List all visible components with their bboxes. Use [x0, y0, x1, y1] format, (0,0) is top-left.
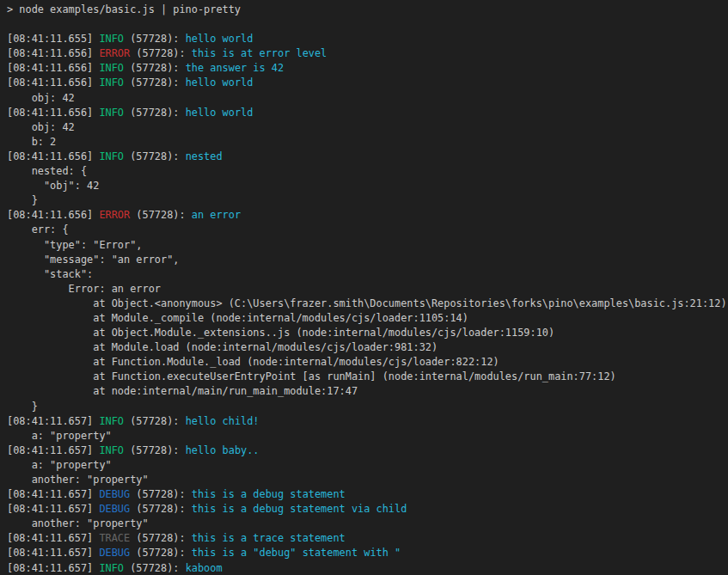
log-level: INFO — [99, 150, 124, 162]
detail-text: another: "property" — [7, 517, 149, 529]
detail-text: obj: 42 — [7, 121, 75, 133]
log-detail-line: another: "property" — [7, 517, 728, 531]
detail-text: "obj": 42 — [7, 180, 99, 192]
log-level: DEBUG — [99, 547, 130, 559]
log-timestamp: [08:41:11.657] — [7, 503, 99, 515]
log-level: INFO — [99, 76, 124, 89]
command-text: > node examples/basic.js | pino-pretty — [7, 3, 241, 15]
log-message: kaboom — [186, 562, 223, 574]
log-level: ERROR — [99, 209, 130, 221]
log-level: ERROR — [99, 47, 130, 59]
log-line: [08:41:11.657] INFO (57728): hello baby.… — [7, 443, 728, 458]
log-level: INFO — [99, 562, 124, 574]
log-timestamp: [08:41:11.656] — [7, 62, 99, 74]
log-message: this is a trace statement — [192, 532, 346, 544]
detail-text: "type": "Error", — [7, 239, 143, 251]
detail-text: obj: 42 — [7, 92, 75, 104]
log-message: hello world — [186, 76, 254, 89]
log-timestamp: [08:41:11.657] — [7, 488, 99, 500]
log-pid: (57728): — [130, 47, 192, 59]
log-timestamp: [08:41:11.656] — [7, 209, 99, 221]
log-line: [08:41:11.656] ERROR (57728): this is at… — [7, 46, 728, 61]
log-pid: (57728): — [130, 532, 192, 544]
detail-text: b: 2 — [7, 136, 56, 148]
detail-text: "stack": — [7, 268, 93, 280]
log-detail-line: at node:internal/main/run_main_module:17… — [7, 384, 728, 399]
log-detail-line: nested: { — [7, 164, 728, 179]
log-line: [08:41:11.656] INFO (57728): the answer … — [7, 61, 728, 76]
log-pid: (57728): — [130, 488, 192, 500]
detail-text: } — [7, 401, 38, 413]
detail-text: "message": "an error", — [7, 254, 179, 266]
log-line: [08:41:11.655] INFO (57728): hello world — [7, 32, 728, 46]
detail-text: Error: an error — [7, 283, 161, 295]
log-line: [08:41:11.657] INFO (57728): kaboom — [7, 561, 728, 575]
log-line: [08:41:11.657] DEBUG (57728): this is a … — [7, 487, 728, 502]
blank-line — [7, 17, 728, 32]
detail-text: at Object.<anonymous> (C:\Users\frazer.s… — [7, 297, 727, 309]
log-pid: (57728): — [130, 209, 192, 221]
log-detail-line: err: { — [7, 223, 728, 237]
log-level: INFO — [99, 415, 124, 427]
log-message: hello world — [186, 33, 254, 45]
log-pid: (57728): — [130, 503, 192, 515]
log-line: [08:41:11.657] DEBUG (57728): this is a … — [7, 546, 728, 560]
log-level: INFO — [99, 444, 124, 456]
log-message: an error — [192, 209, 241, 221]
log-message: this is a debug statement via child — [192, 503, 407, 515]
log-detail-line: at Function.Module._load (node:internal/… — [7, 355, 728, 370]
command-line: > node examples/basic.js | pino-pretty — [7, 3, 728, 17]
detail-text: at Function.executeUserEntryPoint [as ru… — [7, 370, 616, 382]
log-line: [08:41:11.656] INFO (57728): nested — [7, 150, 728, 164]
log-detail-line: "message": "an error", — [7, 253, 728, 267]
detail-text: a: "property" — [7, 430, 112, 442]
log-detail-line: obj: 42 — [7, 120, 728, 135]
detail-text: at Object.Module._extensions..js (node:i… — [7, 327, 554, 339]
log-pid: (57728): — [124, 107, 186, 119]
detail-text: at Function.Module._load (node:internal/… — [7, 356, 499, 368]
log-detail-line: obj: 42 — [7, 91, 728, 106]
detail-text: } — [7, 194, 38, 206]
log-line: [08:41:11.657] TRACE (57728): this is a … — [7, 531, 728, 546]
detail-text: at node:internal/main/run_main_module:17… — [7, 385, 358, 397]
log-message: hello baby.. — [186, 444, 260, 456]
log-pid: (57728): — [124, 76, 186, 89]
terminal-output: > node examples/basic.js | pino-pretty [… — [0, 0, 728, 575]
log-line: [08:41:11.657] DEBUG (57728): this is a … — [7, 502, 728, 517]
log-timestamp: [08:41:11.657] — [7, 562, 99, 574]
log-line: [08:41:11.656] INFO (57728): hello world — [7, 76, 728, 90]
log-detail-line: at Object.<anonymous> (C:\Users\frazer.s… — [7, 297, 728, 311]
log-level: INFO — [99, 62, 124, 74]
log-detail-line: "obj": 42 — [7, 179, 728, 193]
log-detail-line: } — [7, 400, 728, 414]
log-detail-line: at Object.Module._extensions..js (node:i… — [7, 326, 728, 340]
log-level: DEBUG — [99, 488, 130, 500]
log-message: this is a debug statement — [192, 488, 346, 500]
log-timestamp: [08:41:11.656] — [7, 47, 99, 59]
log-pid: (57728): — [124, 415, 186, 427]
detail-text: another: "property" — [7, 474, 149, 486]
log-detail-line: a: "property" — [7, 458, 728, 473]
log-pid: (57728): — [124, 33, 186, 45]
log-line: [08:41:11.656] INFO (57728): hello world — [7, 106, 728, 120]
log-timestamp: [08:41:11.655] — [7, 33, 99, 45]
log-timestamp: [08:41:11.657] — [7, 547, 99, 559]
log-detail-line: at Module.load (node:internal/modules/cj… — [7, 340, 728, 355]
log-timestamp: [08:41:11.657] — [7, 444, 99, 456]
detail-text: at Module._compile (node:internal/module… — [7, 312, 468, 324]
log-pid: (57728): — [130, 547, 192, 559]
log-detail-line: "type": "Error", — [7, 238, 728, 253]
log-level: DEBUG — [99, 503, 130, 515]
log-pid: (57728): — [124, 444, 186, 456]
log-level: INFO — [99, 33, 124, 45]
log-detail-line: } — [7, 193, 728, 208]
log-detail-line: at Module._compile (node:internal/module… — [7, 311, 728, 326]
log-timestamp: [08:41:11.657] — [7, 532, 99, 544]
detail-text: err: { — [7, 223, 69, 236]
detail-text: nested: { — [7, 165, 87, 177]
log-message: hello world — [186, 107, 254, 119]
log-detail-line: "stack": — [7, 267, 728, 282]
log-timestamp: [08:41:11.656] — [7, 76, 99, 89]
log-detail-line: another: "property" — [7, 473, 728, 487]
detail-text: at Module.load (node:internal/modules/cj… — [7, 341, 437, 353]
